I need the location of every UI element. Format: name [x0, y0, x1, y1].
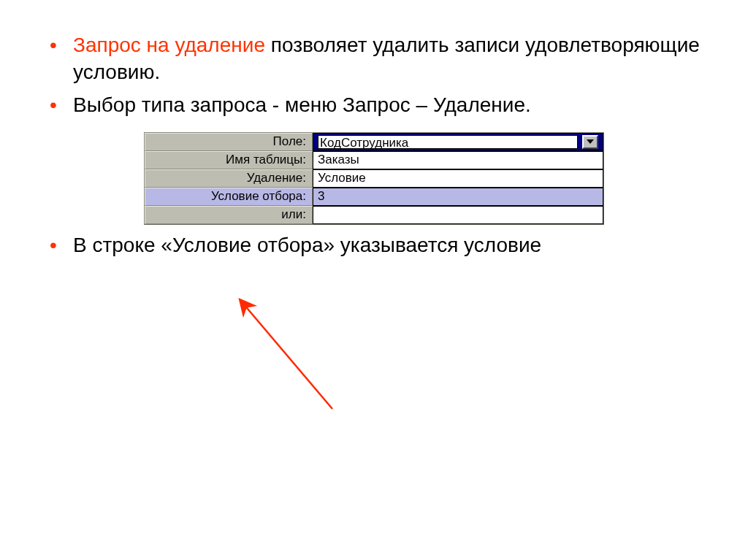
- value-table[interactable]: Заказы: [313, 151, 603, 169]
- label-criteria: Условие отбора:: [145, 188, 313, 206]
- query-design-grid: Поле: КодСотрудника Имя таблицы: Заказы …: [144, 132, 604, 225]
- svg-line-0: [240, 299, 332, 409]
- field-dropdown-button[interactable]: [582, 135, 598, 149]
- value-criteria[interactable]: 3: [313, 188, 603, 206]
- value-or[interactable]: [313, 206, 603, 224]
- bullet-list: Запрос на удаление позволяет удалить зап…: [44, 32, 704, 119]
- annotation-arrow-icon: [226, 292, 402, 416]
- grid-row-criteria: Условие отбора: 3: [145, 188, 603, 206]
- label-or: или:: [145, 206, 313, 224]
- bullet-item-3: В строке «Условие отбора» указывается ус…: [44, 232, 704, 259]
- value-delete[interactable]: Условие: [313, 169, 603, 188]
- label-table: Имя таблицы:: [145, 151, 313, 169]
- value-field-cell[interactable]: КодСотрудника: [313, 133, 603, 151]
- bullet-item-2: Выбор типа запроса - меню Запрос – Удале…: [44, 92, 704, 119]
- grid-row-or: или:: [145, 206, 603, 224]
- grid-row-delete: Удаление: Условие: [145, 169, 603, 188]
- grid-row-field: Поле: КодСотрудника: [145, 133, 603, 151]
- bullet-list-lower: В строке «Условие отбора» указывается ус…: [44, 232, 704, 259]
- bullet1-highlight: Запрос на удаление: [73, 34, 265, 56]
- chevron-down-icon: [587, 139, 594, 144]
- label-field: Поле:: [145, 133, 313, 151]
- field-combo-text[interactable]: КодСотрудника: [318, 135, 578, 149]
- label-delete: Удаление:: [145, 169, 313, 188]
- bullet-item-1: Запрос на удаление позволяет удалить зап…: [44, 32, 704, 86]
- grid-row-table: Имя таблицы: Заказы: [145, 151, 603, 169]
